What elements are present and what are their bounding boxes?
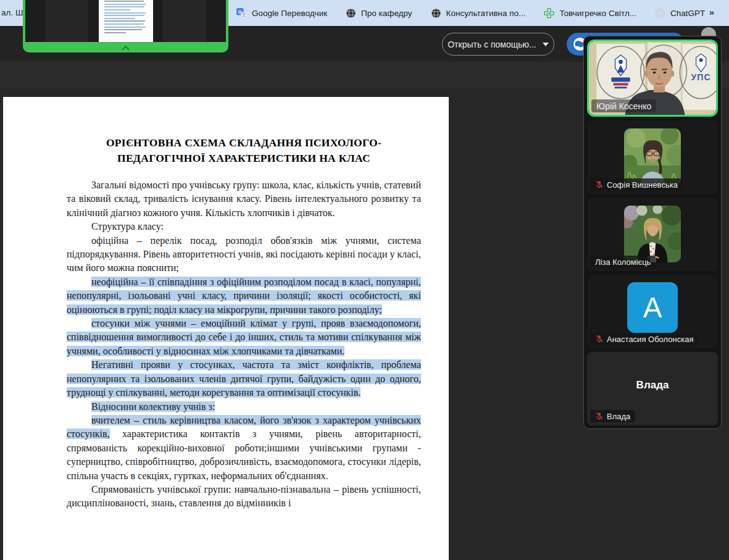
open-with-label: Открыть с помощью... xyxy=(448,40,536,49)
avatar: A xyxy=(627,282,678,333)
avatar xyxy=(624,206,681,262)
bookmark-label: Товчигречко Світл... xyxy=(559,9,636,18)
paragraph-text: Загальні відомості про учнівську групу: … xyxy=(67,180,421,218)
highlighted-text: неофіційна – її співпадіння з офіційним … xyxy=(67,277,421,315)
participant-name-label: Софія Вишневська xyxy=(590,178,683,191)
open-with-button[interactable]: Открыть с помощью... xyxy=(442,33,554,56)
muted-mic-icon xyxy=(595,412,604,420)
participant-display-name: Влада xyxy=(587,379,718,391)
highlighted-text: стосунки між учнями – емоційний клімат у… xyxy=(67,318,421,356)
paragraph-text: характеристика контактів з учнями, рівен… xyxy=(67,428,421,480)
screen-share-preview[interactable] xyxy=(23,0,228,52)
bookmark-item-1[interactable]: G文Google Переводчик xyxy=(236,8,327,19)
bookmark-item-3[interactable]: Консультативна по... xyxy=(431,8,526,19)
participant-tile-1[interactable]: УПСЮрій Косенко xyxy=(587,40,718,117)
participant-tile-4[interactable]: AАнастасия Оболонская xyxy=(587,275,718,348)
document-paragraph: Спрямованість учнівської групи: навчальн… xyxy=(67,483,421,511)
participant-tile-3[interactable]: Ліза Коломієць xyxy=(587,198,718,271)
bookmark-label: Google Переводчик xyxy=(252,9,327,18)
highlighted-text: Відносини колективу учнів з: xyxy=(91,401,215,412)
bookmarks-list: G文Google ПереводчикПро кафедруКонсультат… xyxy=(236,0,705,26)
paragraph-text: Структура класу: xyxy=(91,221,164,232)
dropdown-caret-icon xyxy=(543,43,549,46)
participant-name: Софія Вишневська xyxy=(607,180,678,190)
google-translate-icon: G文 xyxy=(236,8,247,19)
preview-shade-right xyxy=(163,0,206,42)
muted-mic-icon xyxy=(595,335,604,343)
document-paragraph: офіційна – перелік посад, розподіл обов'… xyxy=(67,234,421,275)
share-preview-bar xyxy=(23,42,228,52)
participant-tile-2[interactable]: Софія Вишневська xyxy=(587,120,718,194)
participant-name: Влада xyxy=(607,412,630,421)
bookmarks-overflow-chevron[interactable]: » xyxy=(709,7,714,17)
bookmark-label: Про кафедру xyxy=(361,9,412,18)
document-paragraph: Негативні прояви у стосунках, частота та… xyxy=(67,358,421,399)
document-body: Загальні відомості про учнівську групу: … xyxy=(67,178,421,511)
bookmark-item-2[interactable]: Про кафедру xyxy=(346,8,412,19)
participant-name-label: Ліза Коломієць xyxy=(590,256,656,268)
document-paragraph: стосунки між учнями – емоційний клімат у… xyxy=(67,317,421,358)
document-paragraph: вчителем – стиль керівництва класом, йог… xyxy=(67,414,421,483)
medical-cross-icon xyxy=(544,8,554,19)
svg-text:文: 文 xyxy=(242,12,246,17)
participant-name: Анастасия Оболонская xyxy=(607,335,693,344)
svg-text:УПС: УПС xyxy=(691,72,711,82)
document-paragraph: Структура класу: xyxy=(67,220,421,233)
document-paragraph: Загальні відомості про учнівську групу: … xyxy=(67,178,421,220)
document-paragraph: неофіційна – її співпадіння з офіційним … xyxy=(67,275,421,317)
bookmark-item-5[interactable]: ChatGPT xyxy=(655,8,705,19)
bookmark-label: Консультативна по... xyxy=(446,9,526,18)
participant-name-label: Анастасия Оболонская xyxy=(590,333,698,345)
document-page[interactable]: ОРІЄНТОВНА СХЕМА СКЛАДАННЯ ПСИХОЛОГО- ПЕ… xyxy=(3,97,449,560)
participant-name-label: Юрій Косенко xyxy=(591,99,656,112)
participant-tile-5[interactable]: ВладаВлада xyxy=(587,352,718,425)
preview-shade-left xyxy=(45,0,88,42)
participant-name-label: Влада xyxy=(590,410,635,422)
document-title-line2: ПЕДАГОГІЧНОЇ ХАРАКТЕРИСТИКИ НА КЛАС xyxy=(67,151,421,166)
chatgpt-icon xyxy=(655,8,665,19)
document-paragraph: Відносини колективу учнів з: xyxy=(67,400,421,414)
participant-name: Юрій Косенко xyxy=(596,101,651,111)
muted-mic-icon xyxy=(595,180,604,189)
participants-panel: УПСЮрій КосенкоСофія ВишневськаЛіза Коло… xyxy=(583,36,722,429)
share-preview-content xyxy=(25,0,226,42)
collapse-preview-chevron-icon[interactable] xyxy=(122,45,130,50)
globe-icon xyxy=(431,8,441,19)
globe-icon xyxy=(346,8,356,19)
avatar xyxy=(624,128,681,185)
bookmark-label: ChatGPT xyxy=(670,9,705,18)
document-title-line1: ОРІЄНТОВНА СХЕМА СКЛАДАННЯ ПСИХОЛОГО- xyxy=(67,135,421,151)
paragraph-text: офіційна – перелік посад, розподіл обов'… xyxy=(67,235,421,274)
highlighted-text: Негативні прояви у стосунках, частота та… xyxy=(67,359,421,398)
participant-name: Ліза Коломієць xyxy=(595,257,651,267)
document-title: ОРІЄНТОВНА СХЕМА СКЛАДАННЯ ПСИХОЛОГО- ПЕ… xyxy=(67,135,421,166)
share-preview-page xyxy=(99,0,153,42)
paragraph-text: Спрямованість учнівської групи: навчальн… xyxy=(67,484,421,508)
bookmark-item-4[interactable]: Товчигречко Світл... xyxy=(544,8,636,19)
